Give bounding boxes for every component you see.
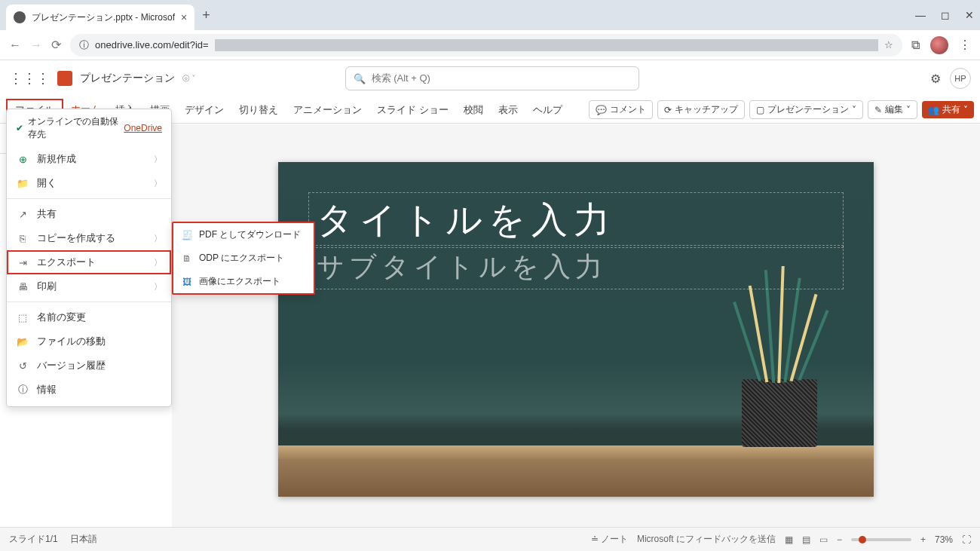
reading-view-icon[interactable]: ▭	[819, 534, 828, 545]
file-menu-info[interactable]: ⓘ 情報	[7, 378, 171, 402]
maximize-icon[interactable]: ◻	[941, 9, 950, 21]
minimize-icon[interactable]: —	[915, 9, 926, 21]
share-button[interactable]: 👥 共有 ˅	[922, 101, 974, 118]
file-menu-new[interactable]: ⊕ 新規作成〉	[7, 147, 171, 171]
address-bar[interactable]: ⓘ onedrive.live.com/edit?id= ☆	[70, 34, 902, 57]
slide-subtitle-placeholder[interactable]: サブタイトルを入力	[308, 245, 844, 289]
back-icon[interactable]: ←	[9, 38, 21, 52]
present-button[interactable]: ▢ プレゼンテーション ˅	[749, 100, 863, 119]
tab-title: プレゼンテーション.pptx - Microsof	[32, 11, 175, 24]
zoom-level[interactable]: 73%	[935, 534, 953, 545]
autosave-icon: ✔	[16, 123, 23, 133]
slide-bg-shelf	[278, 445, 874, 459]
zoom-in-icon[interactable]: +	[920, 534, 926, 545]
rename-icon: ⬚	[16, 312, 29, 323]
image-export-icon: 🖼	[181, 277, 193, 287]
autosave-status: ✔ オンラインでの自動保存先 OneDrive	[7, 109, 171, 147]
pdf-icon: 🧾	[181, 230, 193, 240]
powerpoint-logo-icon	[57, 71, 72, 86]
fit-to-window-icon[interactable]: ⛶	[962, 534, 971, 545]
tab-favicon	[14, 11, 26, 23]
info-icon: ⓘ	[16, 383, 29, 396]
feedback-link[interactable]: Microsoft にフィードバックを送信	[637, 533, 776, 546]
export-odp[interactable]: 🗎 ODP にエクスポート	[173, 246, 314, 270]
browser-menu-icon[interactable]: ⋮	[959, 38, 971, 52]
profile-avatar-icon[interactable]	[930, 36, 948, 54]
zoom-out-icon[interactable]: −	[837, 534, 842, 545]
catchup-button[interactable]: ⟳ キャッチアップ	[657, 100, 745, 119]
tab-slideshow[interactable]: スライド ショー	[369, 99, 456, 121]
export-image[interactable]: 🖼 画像にエクスポート	[173, 270, 314, 293]
history-icon: ↺	[16, 360, 29, 372]
search-placeholder: 検索 (Alt + Q)	[372, 72, 430, 85]
slide-preview[interactable]: タイトルを入力 サブタイトルを入力	[278, 162, 874, 497]
settings-gear-icon[interactable]: ⚙	[930, 72, 941, 86]
search-icon: 🔍	[354, 73, 366, 84]
url-hidden-part	[215, 39, 878, 51]
print-icon: 🖶	[16, 281, 29, 292]
slide-counter[interactable]: スライド1/1	[9, 533, 58, 546]
url-text: onedrive.live.com/edit?id=	[95, 39, 209, 51]
export-icon: ⇥	[16, 257, 29, 268]
comment-button[interactable]: 💬 コメント	[589, 100, 653, 119]
status-bar: スライド1/1 日本語 ≐ ノート Microsoft にフィードバックを送信 …	[0, 527, 980, 551]
site-info-icon[interactable]: ⓘ	[79, 38, 89, 52]
bookmark-star-icon[interactable]: ☆	[884, 39, 893, 51]
folder-icon: 📁	[16, 178, 29, 189]
export-pdf[interactable]: 🧾 PDF としてダウンロード	[173, 223, 314, 246]
tab-view[interactable]: 表示	[491, 99, 525, 121]
file-menu-open[interactable]: 📁 開く〉	[7, 171, 171, 195]
close-window-icon[interactable]: ✕	[965, 9, 974, 21]
reload-icon[interactable]: ⟳	[51, 38, 61, 52]
file-menu-copy[interactable]: ⎘ コピーを作成する〉	[7, 226, 171, 250]
copy-icon: ⎘	[16, 233, 29, 244]
window-controls: — ◻ ✕	[915, 9, 974, 21]
sensitivity-icon[interactable]: ⦾ ˅	[182, 73, 195, 84]
export-submenu: 🧾 PDF としてダウンロード 🗎 ODP にエクスポート 🖼 画像にエクスポー…	[172, 222, 315, 295]
notes-toggle[interactable]: ≐ ノート	[591, 533, 628, 546]
search-box[interactable]: 🔍 検索 (Alt + Q)	[345, 66, 639, 90]
forward-icon[interactable]: →	[30, 38, 42, 52]
normal-view-icon[interactable]: ▦	[785, 534, 793, 545]
odp-icon: 🗎	[181, 253, 193, 264]
slide-canvas-area: タイトルを入力 サブタイトルを入力	[172, 124, 980, 527]
app-launcher-icon[interactable]: ⋮⋮⋮	[9, 70, 50, 87]
browser-tab-strip: プレゼンテーション.pptx - Microsof × + — ◻ ✕	[0, 0, 980, 30]
slide-bg-pencils	[730, 319, 828, 447]
tab-help[interactable]: ヘルプ	[525, 99, 570, 121]
new-tab-button[interactable]: +	[202, 8, 210, 23]
tab-animations[interactable]: アニメーション	[286, 99, 369, 121]
file-menu-share[interactable]: ↗ 共有	[7, 202, 171, 226]
tab-review[interactable]: 校閲	[456, 99, 491, 121]
browser-tab[interactable]: プレゼンテーション.pptx - Microsof ×	[6, 5, 194, 30]
slide-bg-floor	[278, 459, 874, 497]
file-menu-move[interactable]: 📂 ファイルの移動	[7, 329, 171, 354]
zoom-slider[interactable]	[851, 538, 911, 541]
edit-mode-button[interactable]: ✎ 編集 ˅	[868, 100, 917, 119]
file-menu-print[interactable]: 🖶 印刷〉	[7, 274, 171, 298]
plus-circle-icon: ⊕	[16, 154, 29, 165]
document-name[interactable]: プレゼンテーション	[80, 72, 175, 85]
language-label[interactable]: 日本語	[70, 533, 97, 546]
user-avatar[interactable]: HP	[950, 68, 971, 89]
file-menu-export[interactable]: ⇥ エクスポート〉	[7, 250, 171, 274]
extensions-icon[interactable]: ⧉	[911, 38, 920, 52]
browser-address-bar-row: ← → ⟳ ⓘ onedrive.live.com/edit?id= ☆ ⧉ ⋮	[0, 30, 980, 60]
sorter-view-icon[interactable]: ▤	[802, 534, 810, 545]
onedrive-link[interactable]: OneDrive	[124, 123, 162, 133]
file-menu-rename[interactable]: ⬚ 名前の変更	[7, 305, 171, 329]
tab-close-icon[interactable]: ×	[181, 11, 187, 23]
slide-title-placeholder[interactable]: タイトルを入力	[308, 192, 844, 248]
share-icon: ↗	[16, 209, 29, 220]
move-icon: 📂	[16, 336, 29, 347]
app-header: ⋮⋮⋮ プレゼンテーション ⦾ ˅ 🔍 検索 (Alt + Q) ⚙ HP	[0, 60, 980, 96]
tab-transitions[interactable]: 切り替え	[231, 99, 286, 121]
file-menu: ✔ オンラインでの自動保存先 OneDrive ⊕ 新規作成〉 📁 開く〉 ↗ …	[6, 109, 172, 407]
tab-design[interactable]: デザイン	[177, 99, 231, 121]
file-menu-version-history[interactable]: ↺ バージョン履歴	[7, 354, 171, 378]
